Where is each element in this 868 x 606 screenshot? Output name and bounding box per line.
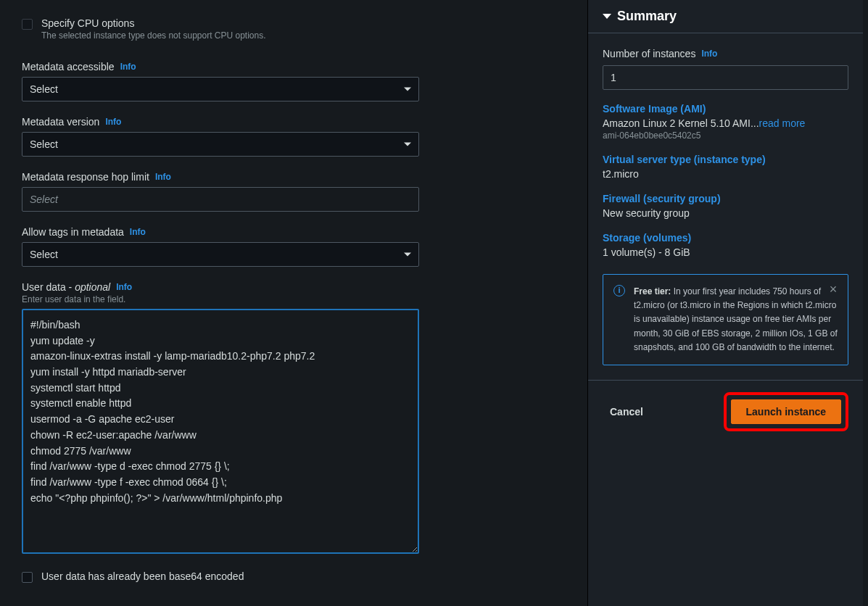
allow-tags-value: Select bbox=[30, 249, 58, 260]
instance-type-value: t2.micro bbox=[603, 168, 848, 180]
chevron-down-icon bbox=[603, 14, 611, 19]
base64-label: User data has already been base64 encode… bbox=[41, 570, 244, 582]
free-tier-callout: i × Free tier: In your first year includ… bbox=[603, 274, 848, 365]
allow-tags-select[interactable]: Select bbox=[22, 242, 419, 267]
ami-id: ami-064eb0bee0c5402c5 bbox=[603, 130, 848, 141]
storage-label: Storage (volumes) bbox=[603, 232, 848, 244]
num-instances-info-link[interactable]: Info bbox=[701, 49, 717, 59]
user-data-optional: optional bbox=[75, 281, 110, 293]
specify-cpu-label: Specify CPU options bbox=[41, 17, 266, 29]
metadata-accessible-value: Select bbox=[30, 83, 58, 95]
metadata-accessible-select[interactable]: Select bbox=[22, 77, 419, 101]
metadata-hop-info-link[interactable]: Info bbox=[155, 172, 171, 182]
metadata-version-select[interactable]: Select bbox=[22, 132, 419, 157]
firewall-value: New security group bbox=[603, 207, 848, 219]
specify-cpu-checkbox bbox=[22, 19, 33, 30]
metadata-accessible-label: Metadata accessible bbox=[22, 61, 115, 72]
num-instances-label: Number of instances bbox=[603, 48, 695, 59]
metadata-version-info-link[interactable]: Info bbox=[105, 117, 121, 127]
metadata-version-label: Metadata version bbox=[22, 116, 99, 128]
user-data-label: User data bbox=[22, 281, 66, 293]
main-form: Specify CPU options The selected instanc… bbox=[0, 0, 587, 606]
base64-checkbox[interactable] bbox=[22, 572, 33, 583]
chevron-down-icon bbox=[404, 253, 411, 257]
close-icon[interactable]: × bbox=[826, 282, 840, 296]
metadata-hop-label: Metadata response hop limit bbox=[22, 171, 149, 183]
summary-header[interactable]: Summary bbox=[588, 0, 863, 33]
summary-title: Summary bbox=[617, 9, 677, 24]
firewall-label: Firewall (security group) bbox=[603, 193, 848, 204]
user-data-info-link[interactable]: Info bbox=[116, 282, 132, 292]
storage-value: 1 volume(s) - 8 GiB bbox=[603, 246, 848, 258]
ami-value: Amazon Linux 2 Kernel 5.10 AMI... bbox=[603, 117, 759, 129]
num-instances-input[interactable] bbox=[603, 65, 848, 90]
ami-label: Software Image (AMI) bbox=[603, 103, 848, 115]
allow-tags-info-link[interactable]: Info bbox=[130, 227, 146, 237]
metadata-accessible-info-link[interactable]: Info bbox=[120, 62, 136, 72]
metadata-version-value: Select bbox=[30, 138, 58, 150]
cancel-button[interactable]: Cancel bbox=[603, 400, 650, 423]
allow-tags-label: Allow tags in metadata bbox=[22, 226, 124, 238]
specify-cpu-hint: The selected instance type does not supp… bbox=[41, 30, 266, 41]
callout-strong: Free tier: bbox=[634, 286, 671, 296]
chevron-down-icon bbox=[404, 88, 411, 91]
user-data-textarea[interactable] bbox=[22, 309, 419, 554]
info-icon: i bbox=[613, 285, 625, 296]
instance-type-label: Virtual server type (instance type) bbox=[603, 154, 848, 165]
launch-highlight: Launch instance bbox=[724, 392, 848, 431]
ami-readmore-link[interactable]: read more bbox=[759, 117, 806, 129]
metadata-hop-input[interactable] bbox=[22, 187, 419, 212]
launch-instance-button[interactable]: Launch instance bbox=[731, 399, 841, 424]
user-data-hint: Enter user data in the field. bbox=[22, 294, 570, 304]
summary-panel: Summary Number of instances Info Softwar… bbox=[587, 0, 863, 606]
chevron-down-icon bbox=[404, 143, 411, 146]
